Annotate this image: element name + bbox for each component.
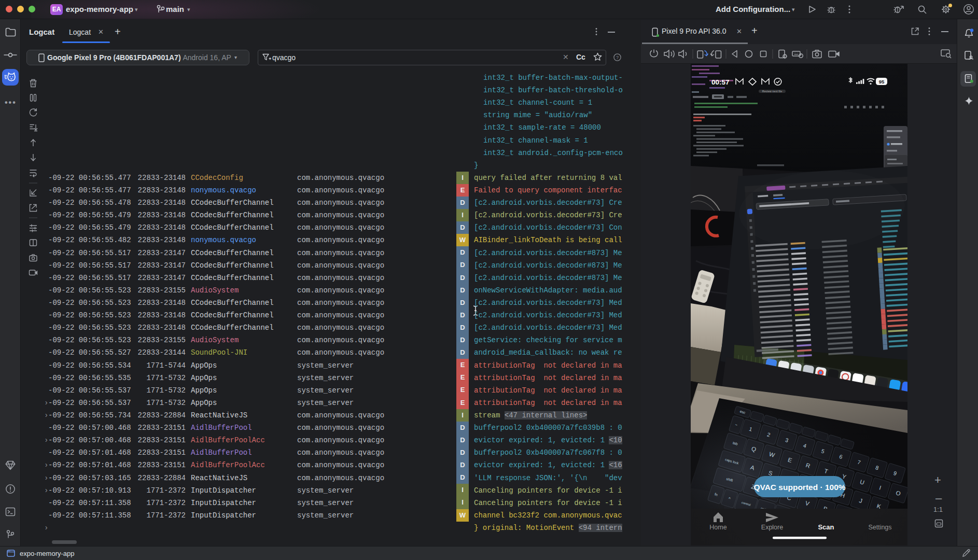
svg-text:?: ? [616, 55, 619, 60]
